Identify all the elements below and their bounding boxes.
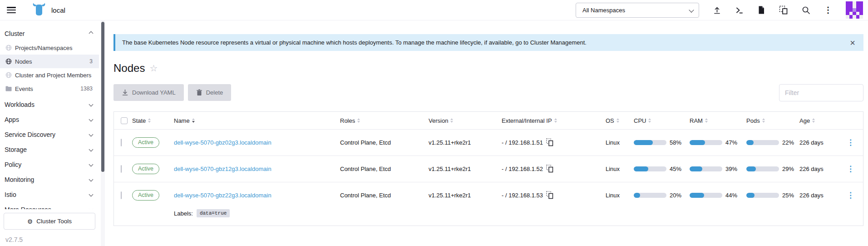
table-row: Active dell-wyse-5070-gbz02g3.localdomai… bbox=[114, 129, 863, 156]
namespace-select[interactable]: All Namespaces bbox=[576, 3, 699, 18]
node-name-link[interactable]: dell-wyse-5070-gbz12g3.localdomain bbox=[174, 166, 271, 172]
row-kebab-menu-icon[interactable]: ⋮ bbox=[838, 165, 863, 173]
column-header-roles[interactable]: Roles bbox=[335, 117, 424, 124]
sidebar-item-cluster-project-members[interactable]: Cluster and Project Members bbox=[0, 68, 99, 82]
download-yaml-button[interactable]: Download YAML bbox=[113, 84, 184, 101]
top-header: local All Namespaces bbox=[0, 0, 868, 20]
row-kebab-menu-icon[interactable]: ⋮ bbox=[838, 139, 863, 146]
search-icon[interactable] bbox=[801, 5, 810, 15]
age-cell: 226 days bbox=[795, 166, 838, 172]
table-row: Active dell-wyse-5070-gbz22g3.localdomai… bbox=[114, 182, 863, 226]
column-header-label: Age bbox=[799, 117, 810, 124]
cluster-name[interactable]: local bbox=[51, 6, 65, 14]
sidebar-nav: Cluster Projects/Namespaces Nodes 3 bbox=[0, 20, 99, 217]
status-badge: Active bbox=[132, 164, 159, 174]
kubectl-shell-icon[interactable] bbox=[735, 5, 744, 15]
download-icon bbox=[122, 89, 128, 96]
sidebar-item-events[interactable]: Events 1383 bbox=[0, 82, 99, 95]
sidebar-group-label: Workloads bbox=[5, 101, 35, 108]
sidebar-group-storage[interactable]: Storage bbox=[0, 142, 99, 157]
column-header-pods[interactable]: Pods bbox=[742, 117, 795, 124]
row-checkbox[interactable] bbox=[121, 139, 122, 146]
sidebar-group-label: Apps bbox=[5, 116, 19, 123]
row-kebab-menu-icon[interactable]: ⋮ bbox=[838, 191, 863, 199]
node-name-link[interactable]: dell-wyse-5070-gbz02g3.localdomain bbox=[174, 139, 271, 146]
pods-percent: 22% bbox=[782, 139, 794, 146]
row-checkbox[interactable] bbox=[121, 165, 122, 173]
file-icon[interactable] bbox=[757, 5, 766, 15]
column-header-name[interactable]: Name bbox=[169, 117, 335, 124]
copy-icon[interactable] bbox=[546, 165, 554, 173]
upload-icon[interactable] bbox=[712, 5, 721, 15]
filter-input[interactable] bbox=[779, 84, 863, 101]
ip-value: - / 192.168.1.52 bbox=[502, 166, 543, 172]
sort-carets-icon bbox=[192, 118, 195, 123]
sidebar-group-cluster[interactable]: Cluster bbox=[0, 26, 99, 41]
kebab-menu-icon[interactable]: ⋮ bbox=[824, 5, 833, 15]
sidebar-group-monitoring[interactable]: Monitoring bbox=[0, 172, 99, 187]
sidebar-scrollbar-thumb[interactable] bbox=[101, 22, 104, 172]
sidebar-group-apps[interactable]: Apps bbox=[0, 112, 99, 127]
column-header-cpu[interactable]: CPU bbox=[629, 117, 685, 124]
sort-carets-icon bbox=[554, 118, 557, 123]
copy-kubeconfig-icon[interactable] bbox=[779, 5, 788, 15]
sidebar-item-projects-namespaces[interactable]: Projects/Namespaces bbox=[0, 41, 99, 55]
copy-icon[interactable] bbox=[546, 138, 554, 147]
row-checkbox[interactable] bbox=[121, 191, 122, 199]
column-header-label: External/Internal IP bbox=[502, 117, 552, 124]
select-all-checkbox[interactable] bbox=[121, 117, 128, 124]
favorite-star-icon[interactable]: ☆ bbox=[149, 64, 158, 73]
roles-cell: Control Plane, Etcd bbox=[335, 139, 424, 146]
sidebar-group-istio[interactable]: Istio bbox=[0, 187, 99, 202]
ram-percent: 47% bbox=[725, 139, 737, 146]
cpu-meter: 58% bbox=[629, 139, 685, 146]
sort-carets-icon bbox=[762, 118, 765, 123]
header-actions: All Namespaces bbox=[576, 1, 868, 19]
column-header-ip[interactable]: External/Internal IP bbox=[497, 117, 601, 124]
node-name-link[interactable]: dell-wyse-5070-gbz22g3.localdomain bbox=[174, 192, 271, 199]
hamburger-menu-icon[interactable] bbox=[7, 7, 16, 13]
sidebar-item-count: 3 bbox=[89, 58, 93, 65]
version-cell: v1.25.11+rke2r1 bbox=[424, 166, 497, 172]
sidebar-group-service-discovery[interactable]: Service Discovery bbox=[0, 127, 99, 142]
copy-icon[interactable] bbox=[546, 191, 554, 200]
close-icon[interactable]: × bbox=[850, 38, 855, 47]
sidebar: Cluster Projects/Namespaces Nodes 3 bbox=[0, 20, 105, 246]
column-header-state[interactable]: State bbox=[128, 117, 169, 124]
chevron-down-icon bbox=[89, 177, 94, 182]
age-cell: 226 days bbox=[795, 139, 838, 146]
gear-icon: ⚙ bbox=[27, 218, 33, 225]
delete-button[interactable]: Delete bbox=[188, 84, 232, 101]
ram-bar bbox=[690, 193, 722, 198]
sidebar-group-policy[interactable]: Policy bbox=[0, 157, 99, 172]
column-header-os[interactable]: OS bbox=[601, 117, 629, 124]
column-header-ram[interactable]: RAM bbox=[685, 117, 742, 124]
ram-meter: 44% bbox=[685, 192, 742, 199]
roles-cell: Control Plane, Etcd bbox=[335, 166, 424, 172]
cpu-bar bbox=[634, 166, 666, 171]
cluster-tools-button[interactable]: ⚙ Cluster Tools bbox=[4, 213, 95, 230]
pods-bar bbox=[746, 166, 779, 171]
table-header-row: State Name Roles Version External/Intern… bbox=[114, 112, 863, 129]
user-avatar[interactable] bbox=[846, 1, 863, 19]
globe-icon bbox=[5, 72, 12, 78]
sidebar-scrollbar[interactable] bbox=[101, 20, 105, 246]
sidebar-item-label: Cluster and Project Members bbox=[15, 72, 91, 79]
column-header-age[interactable]: Age bbox=[795, 117, 838, 124]
os-cell: Linux bbox=[601, 166, 629, 172]
sidebar-item-count: 1383 bbox=[80, 85, 93, 92]
sort-carets-icon bbox=[812, 118, 815, 123]
chevron-down-icon bbox=[689, 7, 694, 12]
sidebar-group-workloads[interactable]: Workloads bbox=[0, 97, 99, 112]
ram-percent: 44% bbox=[725, 192, 737, 199]
pods-meter: 22% bbox=[742, 139, 795, 146]
namespace-select-value: All Namespaces bbox=[582, 7, 625, 14]
cpu-percent: 58% bbox=[670, 139, 681, 146]
column-header-label: Roles bbox=[340, 117, 355, 124]
rancher-logo-icon[interactable] bbox=[31, 2, 47, 18]
nodes-table: State Name Roles Version External/Intern… bbox=[113, 111, 863, 226]
sidebar-item-nodes[interactable]: Nodes 3 bbox=[0, 55, 99, 68]
cpu-percent: 45% bbox=[670, 166, 681, 172]
column-header-version[interactable]: Version bbox=[424, 117, 497, 124]
roles-cell: Control Plane, Etcd bbox=[335, 192, 424, 199]
